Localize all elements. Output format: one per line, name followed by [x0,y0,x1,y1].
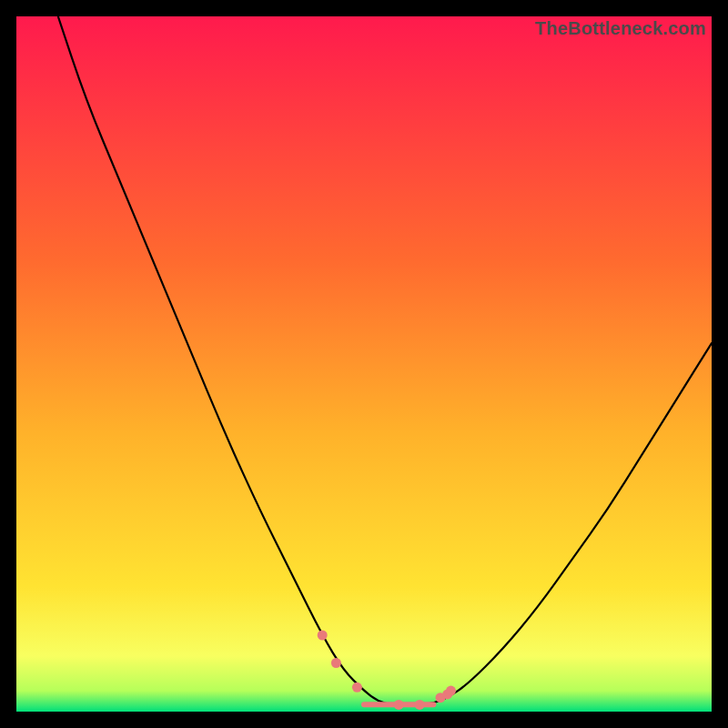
marker-dot [415,700,425,710]
marker-dot [352,682,362,693]
watermark-text: TheBottleneck.com [535,18,706,39]
outer-frame: TheBottleneck.com [0,0,728,728]
marker-dot [446,686,456,696]
marker-dot [394,700,404,710]
plot-area: TheBottleneck.com [16,16,712,712]
marker-dot [318,631,328,641]
bottleneck-curve [16,16,712,712]
marker-dot [331,658,341,668]
